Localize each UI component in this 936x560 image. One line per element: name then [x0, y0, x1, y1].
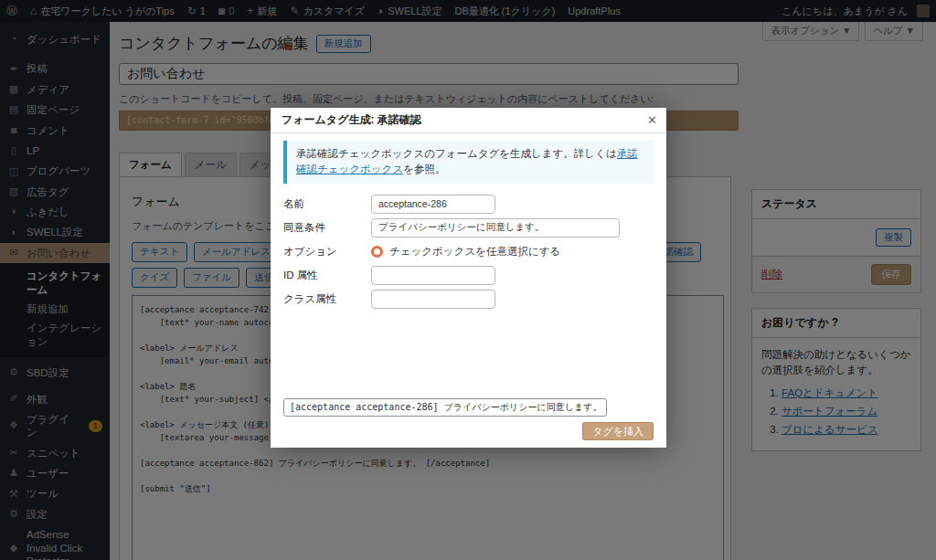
id-field-label: ID 属性 [283, 269, 371, 282]
class-field-label: クラス属性 [283, 292, 371, 306]
optional-checkbox[interactable] [371, 246, 383, 258]
name-field-label: 名前 [283, 197, 371, 211]
tag-generator-modal: フォームタグ生成: 承諾確認 ✕ 承諾確認チェックボックスのフォームタグを生成し… [271, 108, 666, 448]
info-text: を参照。 [403, 164, 445, 174]
optional-checkbox-label: チェックボックスを任意選択にする [389, 245, 560, 259]
close-icon[interactable]: ✕ [647, 114, 657, 126]
modal-title: フォームタグ生成: 承諾確認 [282, 112, 421, 128]
generated-tag-output[interactable] [283, 398, 607, 417]
modal-info-notice: 承諾確認チェックボックスのフォームタグを生成します。詳しくは承諾確認チェックボッ… [283, 141, 654, 184]
option-field-label: オプション [283, 245, 371, 259]
insert-tag-button[interactable]: タグを挿入 [582, 422, 654, 440]
info-text: 承諾確認チェックボックスのフォームタグを生成します。詳しくは [296, 148, 617, 159]
condition-field-label: 同意条件 [283, 221, 371, 235]
class-attribute-field[interactable] [371, 290, 495, 309]
name-field[interactable] [371, 195, 495, 214]
id-attribute-field[interactable] [371, 266, 495, 285]
condition-field[interactable] [371, 218, 620, 238]
